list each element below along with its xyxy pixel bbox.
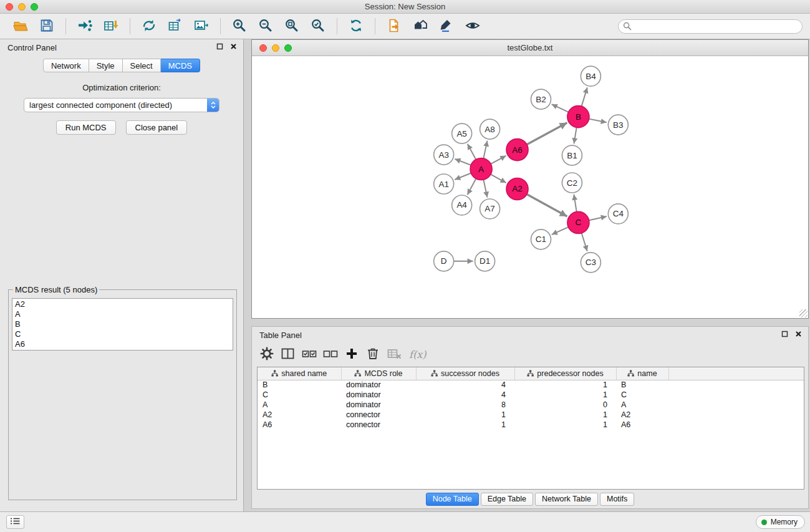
zoom-fit-button[interactable] bbox=[281, 16, 302, 36]
open-network-file-button[interactable] bbox=[383, 16, 405, 36]
network-close-button[interactable] bbox=[259, 44, 267, 52]
column-header-predecessor-nodes[interactable]: predecessor nodes bbox=[514, 367, 616, 380]
search-input[interactable] bbox=[618, 19, 803, 34]
graph-node-D1[interactable]: D1 bbox=[475, 251, 495, 271]
graph-node-A[interactable]: A bbox=[470, 158, 492, 180]
graph-node-C[interactable]: C bbox=[567, 211, 589, 233]
graph-node-B4[interactable]: B4 bbox=[581, 66, 600, 86]
table-row[interactable]: A6connector11A6 bbox=[258, 420, 804, 430]
cell-name[interactable]: C bbox=[616, 390, 668, 400]
cell-successor-nodes[interactable]: 1 bbox=[416, 420, 514, 430]
zoom-selected-button[interactable] bbox=[307, 16, 329, 36]
export-network-button[interactable] bbox=[138, 16, 160, 36]
cell-successor-nodes[interactable]: 1 bbox=[416, 410, 514, 420]
close-panel-button[interactable]: Close panel bbox=[126, 120, 188, 135]
tab-network-table[interactable]: Network Table bbox=[535, 493, 598, 506]
eye-button[interactable] bbox=[462, 16, 483, 36]
column-header-name[interactable]: name bbox=[616, 367, 668, 380]
select-all-button[interactable] bbox=[301, 346, 318, 363]
cell-shared-name[interactable]: A6 bbox=[258, 420, 341, 430]
network-zoom-button[interactable] bbox=[284, 44, 292, 52]
graph-node-A6[interactable]: A6 bbox=[506, 139, 528, 161]
network-graph-svg[interactable]: B4B2BB3A8A5A6B1A3AC2A1A2A4A7C4CC1C3DD1 bbox=[252, 56, 808, 318]
cell-shared-name[interactable]: A2 bbox=[258, 410, 341, 420]
cell-predecessor-nodes[interactable]: 1 bbox=[514, 410, 616, 420]
graph-node-A8[interactable]: A8 bbox=[480, 119, 500, 139]
graph-node-A2[interactable]: A2 bbox=[506, 178, 528, 200]
close-panel-icon[interactable] bbox=[795, 331, 802, 337]
result-item[interactable]: C bbox=[15, 329, 230, 339]
zoom-out-button[interactable] bbox=[255, 16, 276, 36]
graph-node-B3[interactable]: B3 bbox=[608, 115, 628, 135]
cell-name[interactable]: A bbox=[616, 400, 668, 410]
cell-shared-name[interactable]: A bbox=[258, 400, 341, 410]
graph-node-B2[interactable]: B2 bbox=[531, 89, 551, 109]
tab-select[interactable]: Select bbox=[123, 59, 161, 72]
show-columns-button[interactable] bbox=[279, 346, 297, 363]
export-table-button[interactable] bbox=[165, 16, 186, 36]
cell-name[interactable]: A6 bbox=[616, 420, 668, 430]
table-row[interactable]: A2connector11A2 bbox=[258, 410, 804, 420]
graph-node-C1[interactable]: C1 bbox=[531, 230, 551, 249]
cell-shared-name[interactable]: B bbox=[258, 380, 341, 390]
graph-node-C4[interactable]: C4 bbox=[608, 204, 628, 224]
cell-mcds-role[interactable]: dominator bbox=[341, 390, 416, 400]
delete-column-button[interactable] bbox=[364, 346, 382, 363]
tab-mcds[interactable]: MCDS bbox=[161, 59, 200, 72]
cell-successor-nodes[interactable]: 4 bbox=[416, 390, 514, 400]
run-mcds-button[interactable]: Run MCDS bbox=[56, 120, 116, 135]
network-canvas[interactable]: B4B2BB3A8A5A6B1A3AC2A1A2A4A7C4CC1C3DD1 bbox=[252, 56, 808, 318]
column-header-successor-nodes[interactable]: successor nodes bbox=[416, 367, 514, 380]
graph-node-C3[interactable]: C3 bbox=[581, 253, 600, 273]
import-network-button[interactable] bbox=[74, 16, 95, 36]
add-column-button[interactable] bbox=[343, 346, 360, 363]
tab-node-table[interactable]: Node Table bbox=[426, 493, 479, 506]
table-row[interactable]: Adominator80A bbox=[258, 400, 804, 410]
cell-predecessor-nodes[interactable]: 1 bbox=[514, 390, 616, 400]
zoom-in-button[interactable] bbox=[229, 16, 250, 36]
home-button[interactable] bbox=[410, 16, 431, 36]
graph-node-B1[interactable]: B1 bbox=[562, 145, 582, 165]
table-row[interactable]: Cdominator41C bbox=[258, 390, 804, 400]
table-row[interactable]: Bdominator41B bbox=[258, 380, 804, 390]
open-session-button[interactable] bbox=[10, 16, 31, 36]
column-header-shared-name[interactable]: shared name bbox=[258, 367, 341, 380]
tab-motifs[interactable]: Motifs bbox=[600, 493, 634, 506]
close-panel-icon[interactable] bbox=[230, 43, 237, 50]
cell-predecessor-nodes[interactable]: 1 bbox=[514, 420, 616, 430]
show-panels-button[interactable] bbox=[6, 515, 24, 529]
export-image-button[interactable] bbox=[191, 16, 212, 36]
criterion-dropdown[interactable]: largest connected component (directed) bbox=[24, 98, 219, 112]
save-session-button[interactable] bbox=[36, 16, 57, 36]
cell-mcds-role[interactable]: connector bbox=[341, 420, 416, 430]
cell-successor-nodes[interactable]: 8 bbox=[416, 400, 514, 410]
float-panel-icon[interactable] bbox=[216, 43, 223, 50]
result-item[interactable]: B bbox=[15, 319, 230, 329]
cell-mcds-role[interactable]: connector bbox=[341, 410, 416, 420]
tab-edge-table[interactable]: Edge Table bbox=[481, 493, 533, 506]
graph-node-A4[interactable]: A4 bbox=[452, 195, 472, 215]
cell-name[interactable]: B bbox=[616, 380, 668, 390]
zoom-window-button[interactable] bbox=[31, 3, 38, 11]
resize-grip[interactable] bbox=[799, 309, 808, 317]
result-item[interactable]: A6 bbox=[15, 339, 230, 349]
graph-node-B[interactable]: B bbox=[567, 106, 589, 128]
memory-button[interactable]: Memory bbox=[756, 515, 805, 529]
float-panel-icon[interactable] bbox=[781, 331, 788, 337]
mcds-result-list[interactable]: A2 A B C A6 bbox=[12, 298, 233, 351]
cell-predecessor-nodes[interactable]: 0 bbox=[514, 400, 616, 410]
close-window-button[interactable] bbox=[6, 3, 13, 11]
import-table-button[interactable] bbox=[100, 16, 122, 36]
cell-name[interactable]: A2 bbox=[616, 410, 668, 420]
result-item[interactable]: A2 bbox=[15, 299, 230, 309]
cell-shared-name[interactable]: C bbox=[258, 390, 341, 400]
tab-network[interactable]: Network bbox=[43, 59, 89, 72]
minimize-window-button[interactable] bbox=[18, 3, 26, 11]
column-header-mcds-role[interactable]: MCDS role bbox=[341, 367, 416, 380]
refresh-layout-button[interactable] bbox=[345, 16, 367, 36]
tab-style[interactable]: Style bbox=[89, 59, 123, 72]
result-item[interactable]: A bbox=[15, 309, 230, 319]
graph-node-A5[interactable]: A5 bbox=[452, 123, 472, 143]
graph-node-A3[interactable]: A3 bbox=[434, 145, 454, 165]
graph-node-A1[interactable]: A1 bbox=[434, 174, 454, 194]
